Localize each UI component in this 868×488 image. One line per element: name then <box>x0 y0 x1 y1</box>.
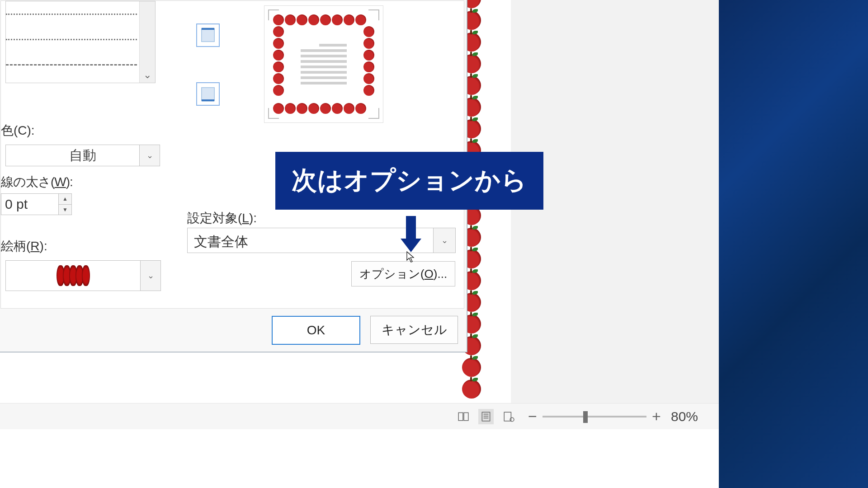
width-spinner[interactable]: 0 pt ▲▼ <box>1 193 72 215</box>
desktop-background <box>719 0 868 488</box>
spin-down-icon[interactable]: ▼ <box>59 204 71 215</box>
apply-to-label: 設定対象(L): <box>187 210 257 227</box>
zoom-slider[interactable] <box>542 416 646 418</box>
chevron-down-icon: ⌄ <box>141 261 160 291</box>
art-dropdown[interactable] <box>5 260 141 291</box>
art-label: 絵柄(R): <box>1 238 47 255</box>
svg-rect-1 <box>464 413 468 420</box>
width-value: 0 pt <box>1 197 28 212</box>
svg-rect-10 <box>202 88 214 100</box>
border-preset-bottom[interactable] <box>196 82 220 106</box>
color-dropdown[interactable]: 自動 ⌄ <box>5 145 160 166</box>
options-button[interactable]: オプション(O)... <box>351 261 455 286</box>
scrollbar-down-icon[interactable]: ⌄ <box>139 1 155 83</box>
tutorial-arrow-icon <box>401 216 421 256</box>
color-label: 色(C): <box>1 122 35 139</box>
svg-point-7 <box>510 418 514 422</box>
art-dropdown-arrow[interactable]: ⌄ <box>140 260 161 291</box>
cancel-button[interactable]: キャンセル <box>370 316 458 344</box>
zoom-in-button[interactable]: + <box>650 408 663 425</box>
svg-rect-2 <box>482 412 490 421</box>
zoom-level-label[interactable]: 80% <box>671 409 698 424</box>
view-print-layout-icon[interactable] <box>478 409 494 424</box>
apply-to-value: 文書全体 <box>194 233 248 251</box>
color-value: 自動 <box>69 146 96 165</box>
view-web-layout-icon[interactable] <box>501 409 516 424</box>
cursor-icon <box>406 251 416 264</box>
chevron-down-icon: ⌄ <box>139 145 160 166</box>
border-style-list[interactable]: ⌄ <box>5 1 156 83</box>
svg-rect-8 <box>202 29 214 42</box>
zoom-out-button[interactable]: − <box>526 408 539 425</box>
ok-button[interactable]: OK <box>272 316 360 345</box>
tutorial-callout: 次はオプションから <box>275 152 543 210</box>
chevron-down-icon: ⌄ <box>433 228 455 253</box>
view-read-mode-icon[interactable] <box>456 409 471 424</box>
width-label: 線の太さ(W): <box>1 174 73 191</box>
svg-rect-0 <box>458 413 463 420</box>
border-preview <box>264 5 383 123</box>
status-bar: − + 80% <box>0 403 719 429</box>
spin-up-icon[interactable]: ▲ <box>59 194 71 204</box>
border-preset-top[interactable] <box>196 23 220 47</box>
